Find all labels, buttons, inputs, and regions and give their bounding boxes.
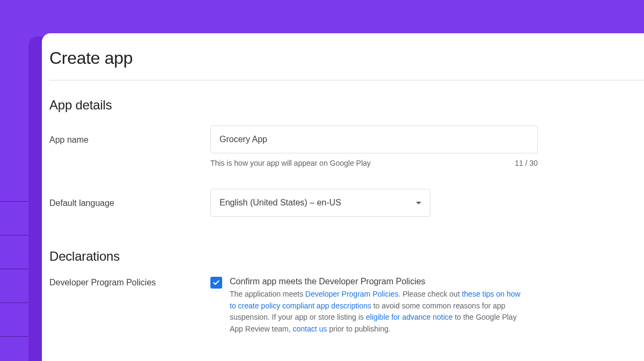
app-name-input[interactable]	[210, 126, 538, 153]
developer-policies-label: Developer Program Policies	[49, 277, 210, 288]
default-language-label: Default language	[49, 189, 210, 208]
developer-policies-description: The application meets Developer Program …	[230, 289, 527, 335]
app-name-character-counter: 11 / 30	[515, 159, 538, 167]
app-name-helper-text: This is how your app will appear on Goog…	[210, 159, 371, 167]
app-details-section-title: App details	[49, 98, 644, 113]
chevron-down-icon	[416, 202, 421, 204]
developer-program-policies-link[interactable]: Developer Program Policies	[305, 290, 399, 298]
app-name-row: App name This is how your app will appea…	[49, 126, 644, 167]
title-divider	[49, 80, 644, 80]
default-language-row: Default language English (United States)…	[49, 189, 644, 217]
contact-us-link[interactable]: contact us	[293, 325, 327, 333]
page-title: Create app	[49, 48, 644, 80]
app-name-label: App name	[49, 126, 210, 145]
default-language-value: English (United States) – en-US	[219, 198, 341, 208]
developer-policies-checkbox-title: Confirm app meets the Developer Program …	[230, 277, 527, 286]
developer-policies-checkbox[interactable]	[210, 277, 222, 289]
default-language-select[interactable]: English (United States) – en-US	[210, 189, 430, 217]
checkmark-icon	[213, 279, 220, 286]
main-content-card: Create app App details App name This is …	[42, 33, 644, 361]
declarations-section-title: Declarations	[49, 249, 644, 264]
advance-notice-link[interactable]: eligible for advance notice	[366, 313, 453, 321]
background-tick-marks	[0, 201, 30, 361]
developer-policies-row: Developer Program Policies Confirm app m…	[49, 277, 644, 335]
